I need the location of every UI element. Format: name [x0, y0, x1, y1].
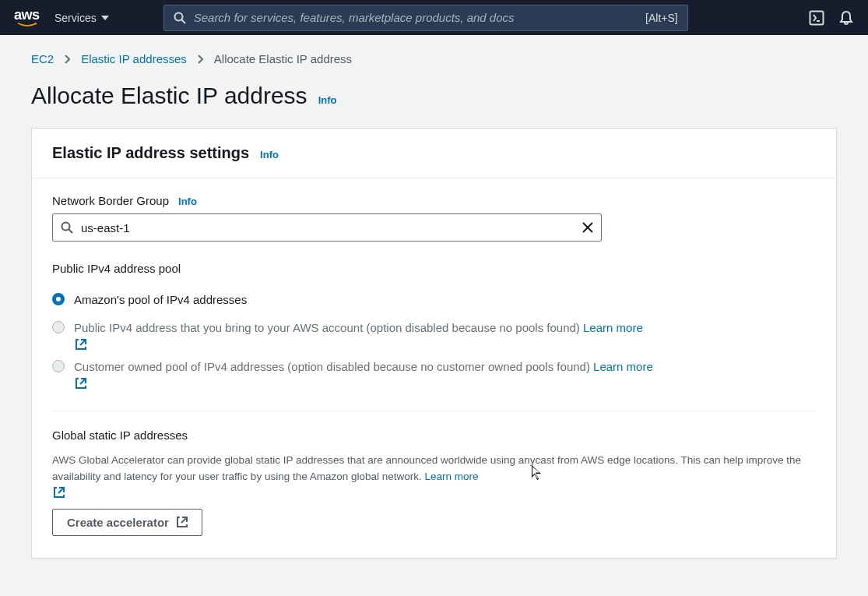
search-input[interactable]: [194, 11, 638, 24]
topnav-actions: [809, 10, 854, 26]
search-shortcut-hint: [Alt+S]: [645, 12, 678, 24]
notifications-icon[interactable]: [838, 10, 854, 26]
page-title-row: Allocate Elastic IP address Info: [31, 83, 837, 109]
chevron-right-icon: [65, 55, 70, 64]
breadcrumb-link-ec2[interactable]: EC2: [31, 52, 54, 65]
search-icon: [61, 221, 73, 234]
radio-label: Customer owned pool of IPv4 addresses (o…: [74, 358, 653, 387]
radio-label: Public IPv4 address that you bring to yo…: [74, 319, 643, 348]
breadcrumb-link-eip[interactable]: Elastic IP addresses: [81, 52, 187, 65]
aws-logo[interactable]: aws: [14, 8, 40, 27]
cloudshell-icon[interactable]: [809, 10, 824, 26]
pool-option-coip: Customer owned pool of IPv4 addresses (o…: [52, 353, 816, 392]
pool-option-amazon[interactable]: Amazon's pool of IPv4 addresses: [52, 286, 816, 314]
svg-point-0: [174, 12, 182, 20]
pool-radio-group: Amazon's pool of IPv4 addresses Public I…: [52, 286, 816, 392]
nbg-input-wrap[interactable]: [52, 213, 602, 242]
services-menu-button[interactable]: Services: [54, 12, 109, 24]
svg-line-10: [58, 488, 64, 493]
radio-icon: [52, 293, 65, 305]
settings-panel: Elastic IP address settings Info Network…: [31, 128, 837, 559]
external-link-icon: [76, 378, 86, 389]
radio-icon: [52, 360, 65, 372]
chevron-down-icon: [101, 16, 109, 20]
clear-icon[interactable]: [582, 222, 593, 233]
search-icon: [174, 12, 186, 24]
page-title: Allocate Elastic IP address: [31, 83, 307, 109]
svg-point-4: [62, 223, 70, 231]
breadcrumb: EC2 Elastic IP addresses Allocate Elasti…: [31, 52, 837, 65]
external-link-icon: [54, 487, 65, 498]
pool-label: Public IPv4 address pool: [52, 262, 816, 275]
global-section: Global static IP addresses AWS Global Ac…: [52, 411, 816, 536]
svg-line-11: [181, 517, 187, 523]
nbg-label: Network Border Group: [52, 194, 169, 207]
global-desc: AWS Global Accelerator can provide globa…: [52, 453, 816, 496]
panel-info-link[interactable]: Info: [260, 149, 279, 160]
panel-title: Elastic IP address settings: [52, 144, 249, 162]
radio-label: Amazon's pool of IPv4 addresses: [74, 291, 247, 309]
chevron-right-icon: [198, 55, 203, 64]
nbg-info-link[interactable]: Info: [178, 196, 197, 207]
nbg-section: Network Border Group Info Public IPv4 ad…: [52, 194, 816, 392]
svg-line-5: [69, 230, 73, 234]
page-info-link[interactable]: Info: [318, 94, 337, 106]
nbg-input[interactable]: [81, 221, 575, 235]
main-content: EC2 Elastic IP addresses Allocate Elasti…: [0, 35, 868, 576]
pool-option-byoip: Public IPv4 address that you bring to yo…: [52, 314, 816, 353]
global-search[interactable]: [Alt+S]: [163, 5, 688, 31]
global-title: Global static IP addresses: [52, 428, 816, 442]
breadcrumb-current: Allocate Elastic IP address: [214, 52, 352, 65]
svg-line-9: [80, 379, 86, 384]
button-label: Create accelerator: [67, 516, 169, 529]
top-nav: aws Services [Alt+S]: [0, 0, 868, 35]
svg-line-1: [181, 19, 185, 23]
external-link-icon: [177, 517, 188, 527]
svg-line-8: [80, 340, 86, 345]
services-label: Services: [54, 12, 97, 24]
radio-icon: [52, 321, 65, 333]
create-accelerator-button[interactable]: Create accelerator: [52, 509, 202, 536]
panel-header: Elastic IP address settings Info: [32, 129, 836, 178]
external-link-icon: [76, 339, 86, 350]
